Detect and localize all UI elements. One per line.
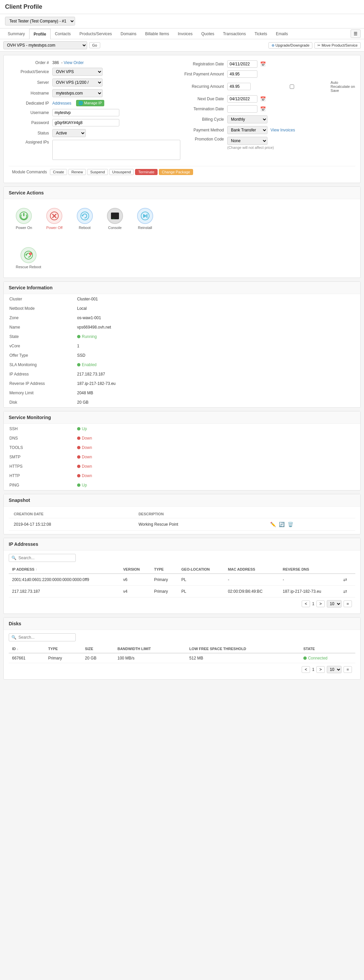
reboot-icon [77, 208, 93, 224]
ip-col-version: VERSION [120, 565, 151, 574]
create-button[interactable]: Create [50, 169, 67, 175]
recurring-input[interactable] [227, 83, 251, 90]
unsuspend-button[interactable]: Unsuspend [109, 169, 134, 175]
tab-domains[interactable]: Domains [116, 29, 141, 39]
username-label: Username [9, 110, 52, 115]
tab-profile[interactable]: Profile [29, 29, 50, 39]
reg-date-calendar-icon[interactable]: 📅 [260, 61, 266, 67]
assigned-ips-textarea[interactable] [52, 140, 180, 160]
monitoring-row-https: HTTPS Down [4, 462, 360, 471]
auto-recalc-checkbox[interactable] [255, 84, 329, 89]
disks-next-btn[interactable]: > [316, 666, 325, 673]
reinstall-icon [137, 208, 153, 224]
tab-emails[interactable]: Emails [272, 29, 292, 39]
ip-address-0: 2001:41d0:0601:2200:0000:0000:0000:0ff9 [9, 574, 120, 586]
next-due-input[interactable] [227, 95, 258, 103]
snapshot-delete-button[interactable]: 🗑️ [287, 521, 294, 528]
termination-calendar-icon[interactable]: 📅 [260, 106, 266, 111]
action-reinstall[interactable]: Reinstall [130, 204, 160, 233]
service-information-section: Service Information Cluster Cluster-001 … [3, 281, 361, 408]
disk-id-sort-icon[interactable]: ↓ [17, 647, 18, 651]
info-value-disk: 20 GB [72, 398, 360, 407]
product-label: Product/Service [9, 69, 52, 74]
payment-method-select[interactable]: Bank Transfer [227, 126, 267, 134]
disks-search-box: 🔍 [9, 633, 355, 641]
reboot-label: Reboot [79, 226, 91, 230]
recurring-row: Recurring Amount Auto Recalculate on Sav… [184, 81, 355, 92]
disks-eq-btn[interactable]: = [343, 666, 352, 673]
snapshot-restore-button[interactable]: 🔄 [278, 521, 285, 528]
ip-search-input[interactable] [9, 554, 76, 562]
monitoring-value-tools: Down [72, 443, 360, 452]
action-console[interactable]: _ Console [100, 204, 130, 233]
action-reboot[interactable]: Reboot [70, 204, 100, 233]
tab-transactions[interactable]: Transactions [219, 29, 250, 39]
power-off-icon [46, 208, 62, 224]
username-input[interactable] [52, 109, 119, 116]
ip-prev-btn[interactable]: < [302, 600, 310, 607]
suspend-button[interactable]: Suspend [87, 169, 108, 175]
termination-input[interactable] [227, 105, 258, 113]
recurring-label: Recurring Amount [184, 84, 227, 89]
disks-section: Disks 🔍 ID ↓ TYPE SIZE BANDWIDTH LIMIT L… [3, 617, 361, 679]
status-select[interactable]: Active [52, 129, 86, 137]
form-right-col: Registration Date 📅 First Payment Amount… [184, 60, 355, 162]
reg-date-input[interactable] [227, 60, 258, 68]
tab-invoices[interactable]: Invoices [173, 29, 197, 39]
snapshot-edit-button[interactable]: ✏️ [269, 521, 277, 528]
ip-mac-1: 02:00:D9:B6:49:BC [224, 586, 280, 597]
action-rescue-reboot[interactable]: + Rescue Reboot [9, 243, 48, 272]
tab-summary[interactable]: Summary [3, 29, 29, 39]
order-value: 386 - View Order [52, 60, 180, 65]
promo-select[interactable]: None [227, 137, 267, 145]
power-on-label: Power On [16, 226, 32, 230]
upgrade-downgrade-button[interactable]: ⊕ Upgrade/Downgrade [269, 42, 313, 49]
next-due-calendar-icon[interactable]: 📅 [260, 96, 266, 102]
disks-pagination: < 1 > 10 25 = [9, 663, 355, 676]
ip-next-btn[interactable]: > [316, 600, 325, 607]
tab-tickets[interactable]: Tickets [250, 29, 272, 39]
billing-cycle-select[interactable]: Monthly [227, 115, 267, 123]
info-label-vcore: vCore [4, 342, 72, 350]
first-payment-input[interactable] [227, 70, 258, 78]
tab-quotes[interactable]: Quotes [197, 29, 219, 39]
service-bar: OVH VPS - mytestvps.com Go ⊕ Upgrade/Dow… [0, 39, 364, 52]
move-product-button[interactable]: ✂ Move Product/Service [315, 42, 361, 49]
ip-reverse-1: 187.ip-217-182-73.eu [280, 586, 340, 597]
service-select[interactable]: OVH VPS - mytestvps.com [3, 41, 87, 49]
manage-ip-button[interactable]: 🌐 Manage IP [76, 100, 104, 106]
ip-action-btn-1[interactable]: ⇄ [343, 588, 348, 595]
client-select[interactable]: Test Tester (Test Company) - #1 [5, 17, 75, 25]
disks-search-input[interactable] [9, 633, 76, 641]
ip-eq-btn[interactable]: = [343, 600, 352, 607]
view-invoices-link[interactable]: View Invoices [270, 128, 295, 132]
password-input[interactable] [52, 119, 119, 126]
tab-contacts[interactable]: Contacts [51, 29, 75, 39]
tab-billable-items[interactable]: Billable Items [141, 29, 173, 39]
snapshot-table: CREATION DATE DESCRIPTION 2019-04-17 15:… [9, 510, 355, 531]
service-info-table: Cluster Cluster-001 Netboot Mode Local Z… [4, 294, 360, 407]
disks-prev-btn[interactable]: < [302, 666, 310, 673]
terminate-button[interactable]: Terminate [135, 169, 157, 175]
ip-action-btn-0[interactable]: ⇄ [343, 576, 348, 583]
disks-per-page-select[interactable]: 10 25 [327, 666, 342, 673]
tab-products-services[interactable]: Products/Services [75, 29, 116, 39]
action-power-on[interactable]: Power On [9, 204, 39, 233]
change-package-button[interactable]: Change Package [159, 169, 193, 175]
assigned-ips-label: Assigned IPs [9, 140, 52, 145]
server-select[interactable]: OVH VPS (1/200 / [52, 78, 103, 86]
info-row-netboot: Netboot Mode Local [4, 304, 360, 313]
disks-table: ID ↓ TYPE SIZE BANDWIDTH LIMIT LOW FREE … [9, 645, 355, 663]
renew-button[interactable]: Renew [68, 169, 86, 175]
hostname-select[interactable]: mytestvps.com [52, 89, 103, 97]
info-row-zone: Zone os-waw1-001 [4, 313, 360, 322]
action-power-off[interactable]: Power Off [39, 204, 70, 233]
disk-state-0: Connected [300, 653, 355, 663]
view-order-link[interactable]: View Order [64, 60, 84, 65]
ip-per-page-select[interactable]: 10 25 [327, 600, 342, 608]
info-row-sla: SLA Monitoring Enabled [4, 360, 360, 369]
tab-menu-button[interactable]: ☰ [351, 30, 361, 38]
ip-sort-icon[interactable]: ↑ [35, 568, 37, 571]
product-select[interactable]: OVH VPS [52, 68, 103, 76]
go-button[interactable]: Go [89, 42, 100, 48]
